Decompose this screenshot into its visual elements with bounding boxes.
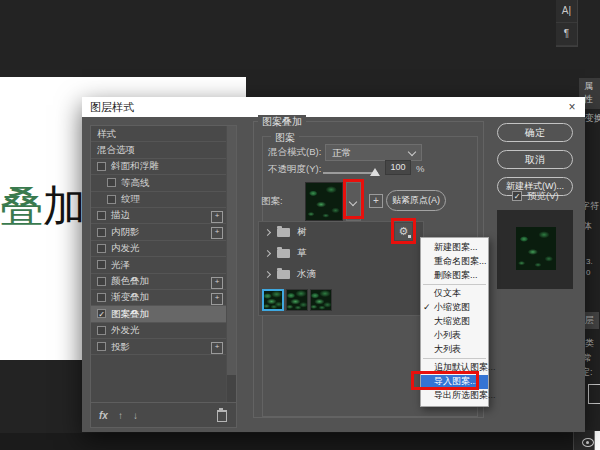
style-item-gradient-overlay[interactable]: 渐变叠加+ bbox=[91, 290, 227, 306]
character-panel-icon[interactable]: A| bbox=[556, 0, 577, 23]
pattern-swatch[interactable] bbox=[286, 289, 308, 311]
style-preview-box bbox=[497, 210, 573, 289]
styles-scrollbar[interactable] bbox=[226, 126, 236, 403]
annotation-box-pattern-dropdown bbox=[343, 179, 364, 219]
blend-mode-label: 混合模式(B): bbox=[268, 146, 321, 159]
pattern-swatch[interactable] bbox=[310, 289, 332, 311]
panel-header: 图案叠加 bbox=[258, 115, 306, 129]
style-item-outer-glow[interactable]: 外发光 bbox=[91, 323, 227, 339]
snap-to-origin-button[interactable]: 贴紧原点(A) bbox=[386, 190, 446, 211]
add-instance-icon[interactable]: + bbox=[211, 227, 223, 239]
canvas-char: 加 bbox=[43, 183, 86, 230]
checkbox[interactable] bbox=[97, 342, 106, 351]
menu-item-large-list[interactable]: 大列表 bbox=[421, 343, 488, 357]
type-tools-strip: A| ¶ bbox=[556, 0, 578, 47]
layer-mask-icon bbox=[588, 384, 600, 404]
pattern-folder-grass[interactable]: 草 bbox=[259, 243, 423, 264]
new-pattern-from-current-button[interactable]: + bbox=[369, 194, 383, 208]
add-instance-icon[interactable]: + bbox=[211, 293, 223, 305]
chevron-down-icon bbox=[408, 148, 416, 156]
checkbox[interactable] bbox=[97, 277, 106, 286]
pattern-swatch-selected[interactable] bbox=[262, 289, 284, 311]
chevron-right-icon[interactable] bbox=[264, 250, 271, 257]
pattern-thumbnails-row bbox=[262, 289, 334, 311]
current-pattern-thumbnail[interactable] bbox=[305, 182, 343, 221]
opacity-label: 不透明度(Y): bbox=[268, 163, 321, 176]
move-down-icon[interactable]: ↓ bbox=[133, 410, 138, 421]
menu-item-delete-pattern[interactable]: 删除图案... bbox=[421, 269, 488, 283]
check-icon: ✓ bbox=[423, 301, 431, 315]
folder-icon bbox=[277, 270, 290, 279]
ok-button[interactable]: 确定 bbox=[497, 123, 573, 142]
opacity-input[interactable]: 100 bbox=[385, 160, 411, 175]
layer-style-dialog: 图层样式 × 样式 混合选项 斜面和浮雕 等高线 纹理 描边+ 内阴影+ 内发光… bbox=[82, 97, 585, 432]
menu-item-large-thumbnail[interactable]: 大缩览图 bbox=[421, 315, 488, 329]
style-item-stroke[interactable]: 描边+ bbox=[91, 208, 227, 224]
add-instance-icon[interactable]: + bbox=[211, 277, 223, 289]
checkbox[interactable] bbox=[107, 195, 116, 204]
dialog-titlebar[interactable]: 图层样式 × bbox=[82, 97, 585, 117]
menu-item-text-only[interactable]: 仅文本 bbox=[421, 287, 488, 301]
annotation-box-gear bbox=[391, 218, 416, 244]
styles-list-footer: fx ↑ ↓ bbox=[91, 402, 236, 427]
checkbox[interactable] bbox=[97, 211, 106, 220]
move-up-icon[interactable]: ↑ bbox=[118, 410, 123, 421]
style-item-styles[interactable]: 样式 bbox=[91, 126, 227, 142]
style-item-contour[interactable]: 等高线 bbox=[91, 175, 227, 191]
style-item-texture[interactable]: 纹理 bbox=[91, 192, 227, 208]
pattern-label: 图案: bbox=[261, 195, 283, 208]
checkbox[interactable] bbox=[97, 260, 106, 269]
delete-effect-trash-icon[interactable] bbox=[217, 410, 227, 422]
checkbox-checked[interactable]: ✓ bbox=[97, 309, 106, 318]
checkbox[interactable] bbox=[97, 326, 106, 335]
fx-icon[interactable]: fx bbox=[99, 410, 108, 421]
checkbox[interactable] bbox=[97, 244, 106, 253]
style-item-drop-shadow[interactable]: 投影+ bbox=[91, 339, 227, 355]
paragraph-panel-icon[interactable]: ¶ bbox=[556, 23, 577, 46]
styles-list: 样式 混合选项 斜面和浮雕 等高线 纹理 描边+ 内阴影+ 内发光 光泽 颜色叠… bbox=[90, 125, 237, 428]
menu-item-export-selected-patterns[interactable]: 导出所选图案... bbox=[421, 389, 488, 403]
style-item-pattern-overlay[interactable]: ✓图案叠加 bbox=[91, 306, 227, 322]
menu-item-small-list[interactable]: 小列表 bbox=[421, 329, 488, 343]
bottom-panel-strip bbox=[0, 433, 600, 450]
cancel-button[interactable]: 取消 bbox=[497, 150, 573, 169]
menu-item-rename-pattern[interactable]: 重命名图案... bbox=[421, 255, 488, 269]
dialog-title: 图层样式 bbox=[90, 97, 134, 117]
pattern-folder-water-drops[interactable]: 水滴 bbox=[259, 264, 423, 285]
chevron-right-icon[interactable] bbox=[264, 229, 271, 236]
kind-fragment: 类 bbox=[585, 337, 594, 350]
style-preview-pattern bbox=[516, 227, 556, 270]
checkbox[interactable] bbox=[97, 293, 106, 302]
layer-visibility-eye-icon[interactable] bbox=[582, 438, 594, 447]
style-item-satin[interactable]: 光泽 bbox=[91, 257, 227, 273]
menu-item-new-pattern[interactable]: 新建图案... bbox=[421, 241, 488, 255]
photoshop-workspace: 叠加怎么 A| ¶ 属性 变换 字符 体 T 3. A 0 层 类 常 定: 图… bbox=[0, 0, 600, 450]
menu-item-small-thumbnail[interactable]: ✓小缩览图 bbox=[421, 301, 488, 315]
transform-label: 变换 bbox=[585, 112, 600, 125]
style-item-inner-shadow[interactable]: 内阴影+ bbox=[91, 224, 227, 240]
checkbox[interactable] bbox=[97, 162, 106, 171]
checkbox[interactable] bbox=[107, 178, 116, 187]
pattern-legend: 图案 bbox=[271, 131, 299, 145]
style-item-color-overlay[interactable]: 颜色叠加+ bbox=[91, 274, 227, 290]
opacity-unit: % bbox=[416, 163, 424, 174]
add-instance-icon[interactable]: + bbox=[211, 342, 223, 354]
add-instance-icon[interactable]: + bbox=[211, 211, 223, 223]
annotation-box-import-patterns bbox=[411, 371, 479, 390]
style-item-bevel-emboss[interactable]: 斜面和浮雕 bbox=[91, 159, 227, 175]
scrollbar-thumb[interactable] bbox=[227, 375, 236, 403]
style-item-inner-glow[interactable]: 内发光 bbox=[91, 241, 227, 257]
preview-checkbox[interactable]: ✓ bbox=[512, 191, 522, 201]
layer-thumbnail[interactable] bbox=[594, 431, 600, 450]
folder-icon bbox=[277, 249, 290, 258]
checkbox[interactable] bbox=[97, 228, 106, 237]
blend-mode-select[interactable]: 正常 bbox=[325, 144, 422, 161]
blend-mode-value: 正常 bbox=[332, 147, 351, 158]
opacity-slider-thumb[interactable] bbox=[370, 168, 380, 176]
preview-label: 预览(V) bbox=[527, 190, 559, 203]
canvas-char: 叠 bbox=[0, 183, 43, 230]
folder-icon bbox=[277, 228, 290, 237]
close-icon[interactable]: × bbox=[564, 99, 580, 115]
style-item-blending-options[interactable]: 混合选项 bbox=[91, 142, 227, 158]
chevron-right-icon[interactable] bbox=[264, 271, 271, 278]
